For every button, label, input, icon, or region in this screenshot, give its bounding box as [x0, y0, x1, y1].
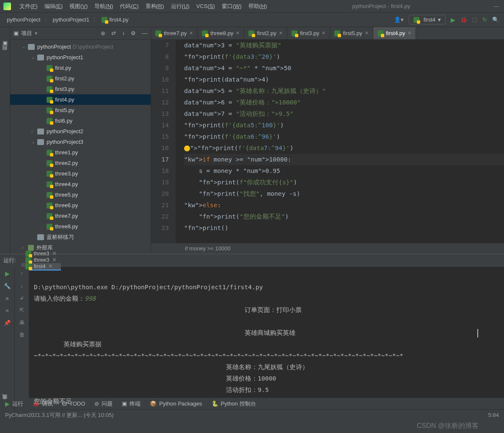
soft-wrap-icon[interactable]: ↲	[19, 295, 24, 301]
run-config-selector[interactable]: first4 ▾	[409, 15, 446, 25]
code-editor[interactable]: data"num">3 = "英雄购买票据""fn">print(f'{data…	[176, 40, 504, 243]
tree-row[interactable]: three1.py	[10, 147, 151, 158]
tree-row[interactable]: three8.py	[10, 221, 151, 232]
intention-bulb-icon[interactable]	[184, 145, 190, 151]
code-breadcrumb[interactable]: if money >= 10000	[151, 243, 504, 254]
python-file-icon	[47, 150, 52, 156]
menu-item[interactable]: 文件(F)	[16, 3, 41, 9]
editor-tab[interactable]: first4.py✕	[373, 27, 416, 39]
close-icon[interactable]: ✕	[52, 257, 57, 263]
tree-row[interactable]: ⌄pythonProject3	[10, 137, 151, 147]
menu-item[interactable]: 编辑(E)	[41, 3, 66, 9]
settings-icon[interactable]: ⚙	[131, 30, 136, 36]
python-file-icon	[47, 224, 52, 230]
close-icon[interactable]: ✕	[189, 30, 193, 36]
pycharm-logo-icon	[3, 3, 11, 10]
debug-button[interactable]: 🐞	[460, 16, 467, 23]
editor-tab[interactable]: three8.py✕	[198, 27, 244, 39]
chevron-right-icon: 〉	[42, 16, 51, 24]
tree-row[interactable]: first4.py	[10, 94, 151, 105]
menu-item[interactable]: 帮助(H)	[245, 3, 270, 9]
tree-row[interactable]: ⌄pythonProjectD:\pythonProject	[10, 41, 151, 52]
python-file-icon	[202, 30, 208, 36]
tree-row[interactable]: first.py	[10, 63, 151, 73]
breadcrumb-root[interactable]: pythonProject	[5, 16, 42, 23]
tree-row[interactable]: three3.py	[10, 168, 151, 179]
project-label[interactable]: 项目	[21, 30, 32, 37]
tree-row[interactable]: first5.py	[10, 105, 151, 115]
left-rail: ▣ 结构 收藏夹	[0, 27, 10, 254]
menu-item[interactable]: 运行(U)	[168, 3, 193, 9]
menu-item[interactable]: 代码(C)	[116, 3, 142, 9]
editor-tab[interactable]: three7.py✕	[151, 27, 198, 39]
editor-tabs: three7.py✕three8.py✕first2.py✕first3.py✕…	[151, 27, 504, 40]
tree-row[interactable]: three6.py	[10, 200, 151, 211]
folder-icon	[37, 129, 44, 134]
console-output[interactable]: D:\python\python.exe D:/pythonProject/py…	[29, 267, 504, 422]
close-icon[interactable]: ✕	[365, 30, 369, 36]
tree-row[interactable]: ›pythonProject2	[10, 126, 151, 137]
project-tool-icon[interactable]: ▣	[3, 40, 8, 46]
project-tree[interactable]: ⌄pythonProjectD:\pythonProject⌄pythonPro…	[10, 40, 151, 254]
hide-icon[interactable]: —	[142, 30, 147, 36]
gutter: 7891011121314151617181920212223	[151, 40, 176, 243]
run-tab[interactable]: three3 ✕	[21, 250, 61, 257]
collapse-icon[interactable]: ⫞	[122, 30, 125, 36]
export-icon[interactable]: ⇱	[19, 307, 24, 313]
python-file-icon	[413, 17, 419, 23]
tree-row[interactable]: three4.py	[10, 179, 151, 189]
print-icon[interactable]: 🖶	[19, 319, 25, 326]
menu-item[interactable]: VCS(S)	[193, 3, 218, 9]
breadcrumb-folder[interactable]: pythonProject1	[51, 16, 91, 23]
python-file-icon	[47, 213, 52, 219]
run-tab[interactable]: three3 ✕	[21, 257, 61, 263]
tree-row[interactable]: three5.py	[10, 189, 151, 200]
close-icon[interactable]: ✕	[279, 30, 283, 36]
tree-row[interactable]: ⌄pythonProject1	[10, 52, 151, 63]
locate-icon[interactable]: ⊕	[101, 30, 105, 36]
project-view-icon: ▣	[14, 30, 19, 36]
folder-icon	[37, 139, 44, 145]
layout-icon[interactable]: ≡	[6, 307, 9, 314]
chevron-down-icon[interactable]: ▾	[35, 30, 38, 36]
close-icon[interactable]: ✕	[52, 250, 57, 257]
rerun-button[interactable]: ▶	[5, 270, 10, 277]
tree-row[interactable]: first2.py	[10, 73, 151, 84]
minimize-icon[interactable]: —	[492, 3, 501, 9]
breadcrumb-file[interactable]: first4.py	[100, 16, 130, 23]
python-file-icon	[25, 257, 31, 263]
expand-icon[interactable]: ⇄	[111, 30, 116, 36]
menu-item[interactable]: 导航(N)	[91, 3, 116, 9]
tree-row[interactable]: 蓝桥杯练习	[10, 232, 151, 242]
project-pane: ▣ 项目 ▾ ⊕ ⇄ ⫞ ⚙ — ⌄pythonProjectD:\python…	[10, 27, 151, 254]
close-icon[interactable]: ✕	[408, 30, 411, 36]
stop-button[interactable]: ■	[6, 295, 9, 301]
run-button[interactable]: ▶	[451, 16, 455, 23]
folder-icon	[37, 55, 44, 60]
tree-row[interactable]: first3.py	[10, 84, 151, 94]
wrench-icon[interactable]: 🔧	[4, 283, 11, 289]
tree-row[interactable]: three2.py	[10, 158, 151, 168]
down-icon[interactable]: ↓	[20, 282, 23, 289]
stop-icon[interactable]: ↻	[482, 16, 487, 23]
window-title: pythonProject - first4.py	[270, 3, 492, 9]
trash-icon[interactable]: 🗑	[19, 332, 25, 338]
menu-item[interactable]: 窗口(W)	[218, 3, 245, 9]
python-file-icon	[47, 97, 52, 103]
tree-row[interactable]: three7.py	[10, 211, 151, 221]
tree-row[interactable]: fist6.py	[10, 115, 151, 126]
run-tool[interactable]: ▶运行	[5, 400, 23, 408]
up-icon[interactable]: ↑	[20, 270, 23, 277]
menu-item[interactable]: 视图(V)	[66, 3, 91, 9]
python-file-icon	[47, 65, 52, 71]
coverage-icon[interactable]: ⬚	[472, 16, 477, 23]
close-icon[interactable]: ✕	[322, 30, 325, 36]
editor-tab[interactable]: first5.py✕	[330, 27, 373, 39]
user-icon[interactable]: 👤▾	[394, 16, 404, 23]
editor-tab[interactable]: first3.py✕	[287, 27, 330, 39]
menu-item[interactable]: 重构(R)	[142, 3, 168, 9]
pin-icon[interactable]: 📌	[4, 320, 11, 326]
search-icon[interactable]: 🔍	[492, 16, 499, 23]
editor-tab[interactable]: first2.py✕	[244, 27, 287, 39]
close-icon[interactable]: ✕	[236, 30, 240, 36]
